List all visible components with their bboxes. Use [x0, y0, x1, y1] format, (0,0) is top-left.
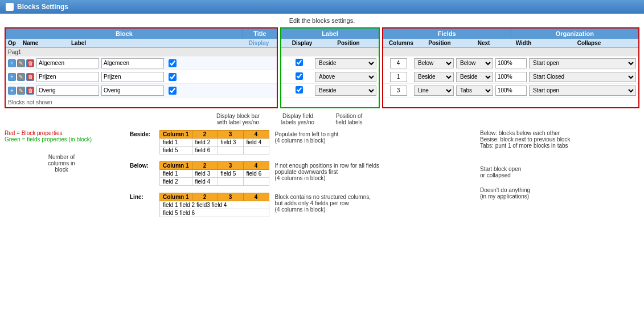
display-check-2[interactable]: [169, 73, 177, 81]
beside-label: Beside:: [130, 130, 154, 137]
col-label: Label: [71, 40, 243, 46]
org-header: Organization: [511, 29, 639, 39]
collapse-select-2[interactable]: Start openStart Closed: [529, 72, 636, 82]
fields-org-section: Fields Organization Columns Position Nex…: [382, 27, 639, 108]
name-input-3[interactable]: [36, 86, 99, 96]
beside-diagram: Beside: Column 1234 field 1field 2field …: [130, 130, 469, 155]
add-btn-1[interactable]: +: [8, 59, 16, 67]
anno-display-bar: Display block barwith label yes/no: [5, 111, 278, 125]
name-input-1[interactable]: [36, 58, 99, 68]
edit-title: Edit the blocks settings.: [5, 17, 639, 24]
anno-num-columns: Number ofcolumns inblock: [5, 154, 118, 173]
anno-position: Position offield labels: [326, 111, 372, 125]
next-select-1[interactable]: BelowBesideTabs: [456, 58, 493, 68]
label-header: Label: [281, 29, 379, 39]
legend: Red = Block properties Green = fields pr…: [5, 130, 118, 143]
col-position-h: Position: [417, 40, 462, 46]
block-row-3: + ✎ 🗑: [6, 84, 277, 97]
anno-start-block: Start block openor collapsed: [480, 166, 639, 178]
name-input-2[interactable]: [36, 72, 99, 82]
col-columns-h: Columns: [385, 40, 417, 46]
beside-table: Column 1234 field 1field 2field 3field 4…: [159, 130, 269, 155]
cols-input-3[interactable]: [390, 86, 407, 96]
below-diagram: Below: Column 1234 field 1field 3field 5…: [130, 161, 469, 186]
bottom-section: Red = Block properties Green = fields pr…: [5, 130, 639, 224]
pos-select-1[interactable]: BelowBesideLine: [414, 58, 454, 68]
blocks-not-shown: Blocks not shown: [6, 97, 277, 107]
width-input-1[interactable]: [495, 58, 527, 68]
block-subheader: Op Name Label Display: [6, 39, 277, 48]
delete-btn-1[interactable]: 🗑: [26, 59, 34, 67]
anno-doesnt-do: Doesn't do anything(in my applications): [480, 187, 639, 200]
annotations-row: Display block barwith label yes/no Displ…: [5, 111, 639, 125]
below-table: Column 1234 field 1field 3field 5field 6…: [159, 161, 269, 186]
title-header: Title: [243, 29, 277, 39]
block-header-row: Block Title: [6, 29, 277, 39]
anno-display-labels: Display fieldlabels yes/no: [281, 111, 315, 125]
below-desc: If not enough positions in row for all f…: [275, 161, 379, 181]
label-pos-1[interactable]: BesideAboveLine: [315, 58, 376, 68]
below-label: Below:: [130, 161, 154, 169]
label-pos-3[interactable]: BesideAboveLine: [315, 86, 376, 96]
delete-btn-2[interactable]: 🗑: [26, 73, 34, 81]
legend-red: Red = Block properties: [5, 130, 118, 136]
col-disp-lbl: Display: [284, 40, 321, 46]
anno-display-bar-text: Display block barwith label yes/no: [216, 113, 260, 125]
cols-input-1[interactable]: [390, 58, 407, 68]
edit-btn-1[interactable]: ✎: [17, 59, 25, 67]
fields-row-2: BelowBesideLine BelowBesideTabs Start op…: [383, 70, 638, 84]
col-width-h: Width: [505, 40, 542, 46]
display-check-3[interactable]: [169, 87, 177, 95]
page-header: Blocks Settings: [0, 0, 644, 14]
fields-org-header: Fields Organization: [383, 29, 638, 39]
add-btn-2[interactable]: +: [8, 73, 16, 81]
collapse-select-1[interactable]: Start openStart Closed: [529, 58, 636, 68]
label-pos-2[interactable]: BesideAboveLine: [315, 72, 376, 82]
collapse-select-3[interactable]: Start openStart Closed: [529, 86, 636, 96]
label-group-spacer: [281, 48, 379, 56]
fields-header: Fields: [383, 29, 511, 39]
group-pag1: Pag1: [6, 48, 277, 56]
label-disp-3[interactable]: [296, 86, 303, 94]
label-input-3[interactable]: [101, 86, 164, 96]
col-pos-lbl: Position: [321, 40, 376, 46]
fields-row-1: BelowBesideLine BelowBesideTabs Start op…: [383, 56, 638, 70]
label-disp-2[interactable]: [296, 72, 303, 80]
block-row-1: + ✎ 🗑: [6, 56, 277, 70]
header-title: Blocks Settings: [17, 3, 68, 11]
block-row-2: + ✎ 🗑: [6, 70, 277, 84]
label-row-2: BesideAboveLine: [281, 70, 379, 84]
label-subheader: Display Position: [281, 39, 379, 48]
pos-select-2[interactable]: BelowBesideLine: [414, 72, 454, 82]
label-row-3: BesideAboveLine: [281, 84, 379, 97]
add-btn-3[interactable]: +: [8, 87, 16, 95]
line-diagram: Line: Column 1234 field 1 field 2 field3…: [130, 193, 469, 217]
line-label: Line:: [130, 193, 154, 200]
next-select-2[interactable]: BelowBesideTabs: [456, 72, 493, 82]
label-input-2[interactable]: [101, 72, 164, 82]
edit-btn-3[interactable]: ✎: [17, 87, 25, 95]
col-op: Op: [8, 40, 23, 46]
label-input-1[interactable]: [101, 58, 164, 68]
fields-group-spacer: [383, 48, 638, 56]
fields-row-3: BelowBesideLine BelowBesideTabs Start op…: [383, 84, 638, 97]
col-next-h: Next: [462, 40, 505, 46]
anno-below: Below: blocks below each other Besise: b…: [480, 130, 639, 149]
col-display: Display: [243, 40, 274, 46]
display-check-1[interactable]: [169, 59, 177, 67]
next-select-3[interactable]: BelowBesideTabs: [456, 86, 493, 96]
col-collapse-h: Collapse: [542, 40, 636, 46]
edit-btn-2[interactable]: ✎: [17, 73, 25, 81]
bottom-left: Red = Block properties Green = fields pr…: [5, 130, 118, 224]
cols-input-2[interactable]: [390, 72, 407, 82]
label-disp-1[interactable]: [296, 59, 303, 66]
line-desc: Block contains no structured columns,but…: [275, 193, 371, 213]
width-input-2[interactable]: [495, 72, 527, 82]
width-input-3[interactable]: [495, 86, 527, 96]
label-row-1: BesideAboveLine: [281, 56, 379, 70]
label-section: Label Display Position BesideAboveLine B…: [280, 27, 380, 108]
pos-select-3[interactable]: BelowBesideLine: [414, 86, 454, 96]
blocks-icon: [6, 3, 14, 11]
delete-btn-3[interactable]: 🗑: [26, 87, 34, 95]
block-section: Block Title Op Name Label Display Pag1 +…: [5, 27, 278, 108]
